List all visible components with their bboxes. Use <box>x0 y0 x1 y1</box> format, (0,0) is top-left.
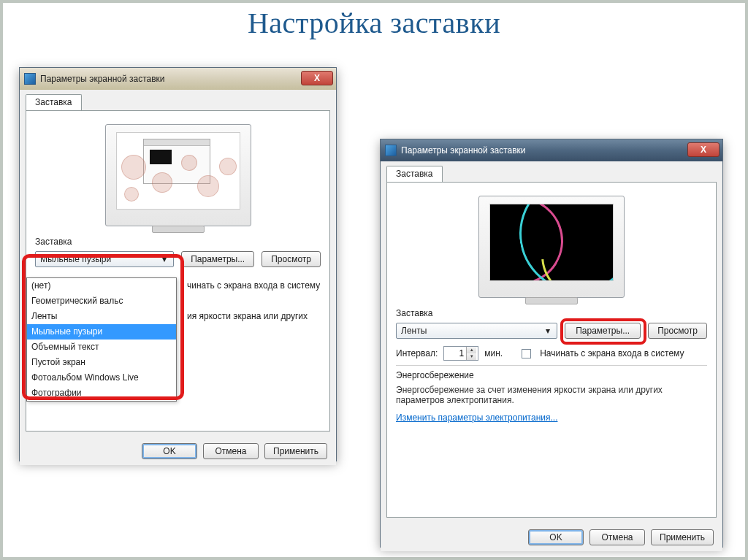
option-blank[interactable]: Пустой экран <box>27 355 176 370</box>
tab-strip: Заставка <box>20 90 336 110</box>
power-text-line2: параметров электропитания. <box>396 395 707 405</box>
option-photolive[interactable]: Фотоальбом Windows Live <box>27 370 176 386</box>
spin-down-icon[interactable]: ▾ <box>466 353 476 360</box>
dialog-buttons: OK Отмена Применить <box>20 437 336 465</box>
screensaver-dialog-left: Параметры экранной заставки X Заставка З… <box>19 67 337 461</box>
preview-monitor <box>105 124 251 226</box>
section-label: Заставка <box>35 237 321 247</box>
bubbles-overlay <box>117 133 240 209</box>
interval-input[interactable] <box>444 348 466 359</box>
close-icon: X <box>701 145 706 155</box>
window-title: Параметры экранной заставки <box>40 74 165 84</box>
tab-body: Заставка Мыльные пузыри ▾ Параметры... П… <box>26 110 330 431</box>
ok-button[interactable]: OK <box>142 443 197 459</box>
screensaver-select[interactable]: Ленты ▾ <box>396 323 557 339</box>
tab-screensaver[interactable]: Заставка <box>26 94 82 110</box>
tab-screensaver[interactable]: Заставка <box>386 166 443 182</box>
tab-strip: Заставка <box>381 161 722 182</box>
interval-unit: мин. <box>484 348 503 358</box>
ok-button[interactable]: OK <box>528 529 584 545</box>
apply-button[interactable]: Применить <box>651 529 714 545</box>
app-icon <box>385 145 397 156</box>
chevron-down-icon: ▾ <box>542 325 554 337</box>
option-3dtext[interactable]: Объемный текст <box>27 340 176 355</box>
preview-monitor <box>478 196 625 298</box>
preview-screen <box>116 132 240 210</box>
close-button[interactable]: X <box>687 142 720 157</box>
apply-button[interactable]: Применить <box>264 443 327 459</box>
preview-button[interactable]: Просмотр <box>648 323 707 339</box>
titlebar[interactable]: Параметры экранной заставки X <box>20 68 336 90</box>
interval-label: Интервал: <box>396 348 438 358</box>
power-group: Энергосбережение Энергосбережение за сче… <box>396 365 707 423</box>
close-button[interactable]: X <box>301 71 333 85</box>
interval-spinner[interactable]: ▴▾ <box>443 346 478 361</box>
titlebar[interactable]: Параметры экранной заставки X <box>381 139 722 161</box>
screensaver-select[interactable]: Мыльные пузыри ▾ <box>35 251 174 267</box>
tab-body: Заставка Ленты ▾ Параметры... Просмотр И… <box>386 182 717 518</box>
power-link[interactable]: Изменить параметры электропитания... <box>396 413 557 423</box>
power-text-line1: Энергосбережение за счет изменения яркос… <box>396 385 707 395</box>
option-ribbons[interactable]: Ленты <box>27 309 176 324</box>
close-icon: X <box>314 73 320 83</box>
cancel-button[interactable]: Отмена <box>203 443 259 459</box>
truncated-checkbox-text: чинать с экрана входа в систему <box>187 280 320 291</box>
option-none[interactable]: (нет) <box>27 278 176 294</box>
preview-screen <box>489 204 614 281</box>
section-label: Заставка <box>396 308 707 318</box>
screensaver-select-value: Мыльные пузыри <box>40 254 111 264</box>
app-icon <box>24 73 36 85</box>
option-photos[interactable]: Фотографии <box>27 386 176 401</box>
truncated-power-text: ия яркости экрана или других <box>187 311 308 321</box>
page-title: Настройка заставки <box>0 0 748 49</box>
screensaver-dialog-right: Параметры экранной заставки X Заставка З… <box>380 139 723 548</box>
dialog-buttons: OK Отмена Применить <box>381 523 722 551</box>
option-bubbles[interactable]: Мыльные пузыри <box>27 324 176 340</box>
preview-button[interactable]: Просмотр <box>262 251 321 267</box>
cancel-button[interactable]: Отмена <box>589 529 645 545</box>
spinner-buttons[interactable]: ▴▾ <box>466 347 476 360</box>
login-checkbox-label: Начинать с экрана входа в систему <box>540 348 684 358</box>
login-checkbox[interactable] <box>522 349 531 358</box>
option-geometric[interactable]: Геометрический вальс <box>27 294 176 309</box>
parameters-button[interactable]: Параметры... <box>565 323 641 339</box>
power-heading: Энергосбережение <box>396 370 707 380</box>
screensaver-select-value: Ленты <box>401 326 427 336</box>
parameters-button[interactable]: Параметры... <box>181 251 254 267</box>
screensaver-dropdown-open[interactable]: (нет) Геометрический вальс Ленты Мыльные… <box>26 277 177 402</box>
spin-up-icon[interactable]: ▴ <box>466 347 476 353</box>
chevron-down-icon: ▾ <box>159 253 170 265</box>
window-title: Параметры экранной заставки <box>401 145 526 156</box>
